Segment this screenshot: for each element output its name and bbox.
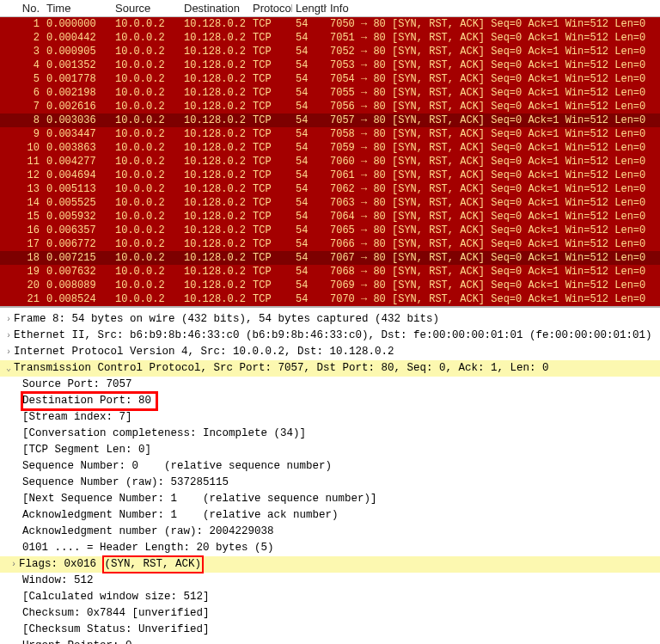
cell: TCP <box>249 292 292 306</box>
cell: 5 <box>0 72 43 86</box>
cell: 54 <box>292 127 327 141</box>
cell: 2 <box>0 31 43 45</box>
chevron-down-icon[interactable]: ⌄ <box>3 360 14 377</box>
packet-row[interactable]: 170.00677210.0.0.210.128.0.2TCP547066 → … <box>0 237 660 251</box>
cell: 0.000000 <box>43 17 112 31</box>
packet-row[interactable]: 20.00044210.0.0.210.128.0.2TCP547051 → 8… <box>0 31 660 45</box>
col-header-dest[interactable]: Destination <box>180 2 249 15</box>
cell: 54 <box>292 155 327 169</box>
packet-row[interactable]: 70.00261610.0.0.210.128.0.2TCP547056 → 8… <box>0 100 660 113</box>
chevron-right-icon[interactable]: › <box>3 344 14 360</box>
tree-hdrlen[interactable]: 0101 .... = Header Length: 20 bytes (5) <box>0 540 660 556</box>
chevron-right-icon[interactable]: › <box>3 311 14 328</box>
tree-nextseq[interactable]: [Next Sequence Number: 1 (relative seque… <box>0 491 660 507</box>
cell: 10.128.0.2 <box>180 169 249 182</box>
col-header-no[interactable]: No. <box>0 2 43 15</box>
tree-stream-index[interactable]: [Stream index: 7] <box>0 409 660 426</box>
cell: 10.0.0.2 <box>112 100 180 113</box>
cell: 0.003863 <box>43 141 112 155</box>
packet-row[interactable]: 100.00386310.0.0.210.128.0.2TCP547059 → … <box>0 141 660 155</box>
cell: 10.0.0.2 <box>112 86 180 100</box>
cell: 0.004277 <box>43 155 112 169</box>
tree-srcport[interactable]: Source Port: 7057 <box>0 377 660 393</box>
packet-row[interactable]: 120.00469410.0.0.210.128.0.2TCP547061 → … <box>0 169 660 182</box>
tree-dstport[interactable]: Destination Port: 80 <box>0 393 660 409</box>
col-header-length[interactable]: Length <box>292 2 327 15</box>
cell: 0.006772 <box>43 237 112 251</box>
tree-chkstat[interactable]: [Checksum Status: Unverified] <box>0 622 660 638</box>
cell: 0.008089 <box>43 279 112 292</box>
packet-list-body[interactable]: 10.00000010.0.0.210.128.0.2TCP547050 → 8… <box>0 17 660 306</box>
packet-row[interactable]: 90.00344710.0.0.210.128.0.2TCP547058 → 8… <box>0 127 660 141</box>
cell: TCP <box>249 86 292 100</box>
col-header-info[interactable]: Info <box>327 2 660 15</box>
packet-row[interactable]: 110.00427710.0.0.210.128.0.2TCP547060 → … <box>0 155 660 169</box>
packet-row[interactable]: 10.00000010.0.0.210.128.0.2TCP547050 → 8… <box>0 17 660 31</box>
cell: 7070 → 80 [SYN, RST, ACK] Seq=0 Ack=1 Wi… <box>327 292 660 306</box>
tree-ip[interactable]: ›Internet Protocol Version 4, Src: 10.0.… <box>0 344 660 360</box>
tree-tcp[interactable]: ⌄Transmission Control Protocol, Src Port… <box>0 360 660 377</box>
packet-row[interactable]: 30.00090510.0.0.210.128.0.2TCP547052 → 8… <box>0 45 660 58</box>
cell: 16 <box>0 224 43 237</box>
packet-row[interactable]: 150.00593210.0.0.210.128.0.2TCP547064 → … <box>0 210 660 224</box>
packet-row[interactable]: 180.00721510.0.0.210.128.0.2TCP547067 → … <box>0 251 660 265</box>
cell: 7054 → 80 [SYN, RST, ACK] Seq=0 Ack=1 Wi… <box>327 72 660 86</box>
cell: TCP <box>249 251 292 265</box>
tree-ackraw[interactable]: Acknowledgment number (raw): 2004229038 <box>0 524 660 540</box>
cell: 7050 → 80 [SYN, RST, ACK] Seq=0 Ack=1 Wi… <box>327 17 660 31</box>
tree-seqraw[interactable]: Sequence Number (raw): 537285115 <box>0 475 660 491</box>
col-header-source[interactable]: Source <box>112 2 180 15</box>
packet-list-pane: No. Time Source Destination Protocol Len… <box>0 0 660 306</box>
col-header-protocol[interactable]: Protocol <box>249 2 292 15</box>
packet-row[interactable]: 190.00763210.0.0.210.128.0.2TCP547068 → … <box>0 265 660 279</box>
cell: 10.0.0.2 <box>112 182 180 196</box>
cell: 10.128.0.2 <box>180 279 249 292</box>
tree-calcwin[interactable]: [Calculated window size: 512] <box>0 589 660 605</box>
cell: 0.002616 <box>43 100 112 113</box>
cell: 7068 → 80 [SYN, RST, ACK] Seq=0 Ack=1 Wi… <box>327 265 660 279</box>
cell: 54 <box>292 113 327 127</box>
packet-detail-pane[interactable]: ›Frame 8: 54 bytes on wire (432 bits), 5… <box>0 308 660 644</box>
chevron-right-icon[interactable]: › <box>3 328 14 344</box>
cell: 7055 → 80 [SYN, RST, ACK] Seq=0 Ack=1 Wi… <box>327 86 660 100</box>
tree-seqnum[interactable]: Sequence Number: 0 (relative sequence nu… <box>0 458 660 475</box>
cell: 15 <box>0 210 43 224</box>
packet-row[interactable]: 50.00177810.0.0.210.128.0.2TCP547054 → 8… <box>0 72 660 86</box>
tree-urgptr[interactable]: Urgent Pointer: 0 <box>0 638 660 644</box>
cell: 10.128.0.2 <box>180 141 249 155</box>
tree-checksum[interactable]: Checksum: 0x7844 [unverified] <box>0 605 660 622</box>
cell: 10.0.0.2 <box>112 31 180 45</box>
cell: TCP <box>249 31 292 45</box>
cell: 18 <box>0 251 43 265</box>
cell: TCP <box>249 100 292 113</box>
cell: 10.128.0.2 <box>180 113 249 127</box>
cell: 19 <box>0 265 43 279</box>
cell: 10.0.0.2 <box>112 224 180 237</box>
chevron-right-icon[interactable]: › <box>9 556 19 573</box>
packet-row[interactable]: 200.00808910.0.0.210.128.0.2TCP547069 → … <box>0 279 660 292</box>
packet-row[interactable]: 130.00511310.0.0.210.128.0.2TCP547062 → … <box>0 182 660 196</box>
packet-row[interactable]: 40.00135210.0.0.210.128.0.2TCP547053 → 8… <box>0 58 660 72</box>
packet-row[interactable]: 210.00852410.0.0.210.128.0.2TCP547070 → … <box>0 292 660 306</box>
cell: 54 <box>292 100 327 113</box>
cell: 7069 → 80 [SYN, RST, ACK] Seq=0 Ack=1 Wi… <box>327 279 660 292</box>
cell: 10.0.0.2 <box>112 141 180 155</box>
tree-seglen[interactable]: [TCP Segment Len: 0] <box>0 442 660 458</box>
tree-flags[interactable]: ›Flags: 0x016 (SYN, RST, ACK) <box>0 556 660 573</box>
tree-acknum[interactable]: Acknowledgment Number: 1 (relative ack n… <box>0 507 660 524</box>
col-header-time[interactable]: Time <box>43 2 112 15</box>
cell: 10.0.0.2 <box>112 251 180 265</box>
cell: 0.000905 <box>43 45 112 58</box>
tree-conversation[interactable]: [Conversation completeness: Incomplete (… <box>0 426 660 442</box>
tree-window[interactable]: Window: 512 <box>0 573 660 589</box>
cell: 0.005932 <box>43 210 112 224</box>
tree-ethernet[interactable]: ›Ethernet II, Src: b6:b9:8b:46:33:c0 (b6… <box>0 328 660 344</box>
packet-row[interactable]: 60.00219810.0.0.210.128.0.2TCP547055 → 8… <box>0 86 660 100</box>
cell: 7061 → 80 [SYN, RST, ACK] Seq=0 Ack=1 Wi… <box>327 169 660 182</box>
tree-frame[interactable]: ›Frame 8: 54 bytes on wire (432 bits), 5… <box>0 311 660 328</box>
cell: 10.128.0.2 <box>180 31 249 45</box>
packet-row[interactable]: 160.00635710.0.0.210.128.0.2TCP547065 → … <box>0 224 660 237</box>
cell: 13 <box>0 182 43 196</box>
packet-row[interactable]: 140.00552510.0.0.210.128.0.2TCP547063 → … <box>0 196 660 210</box>
packet-row[interactable]: 80.00303610.0.0.210.128.0.2TCP547057 → 8… <box>0 113 660 127</box>
